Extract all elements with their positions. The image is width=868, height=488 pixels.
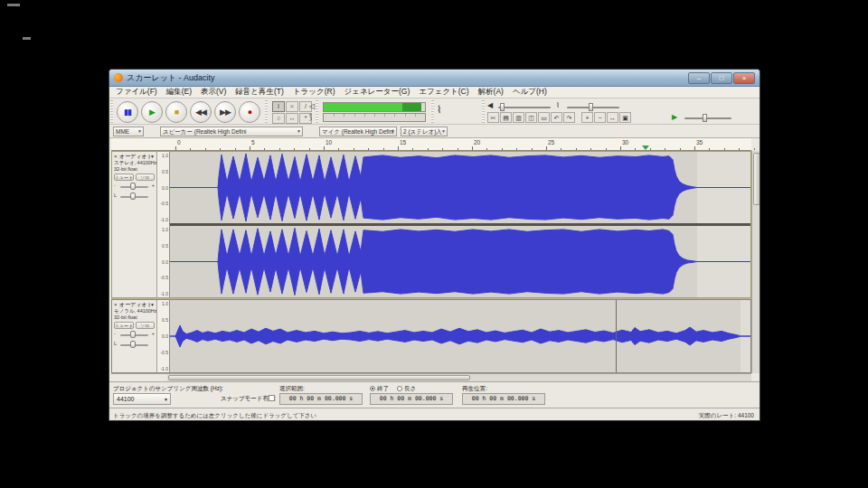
play-button[interactable]: ▶ (141, 101, 163, 123)
ruler-label: 25 (548, 139, 554, 145)
pan-slider[interactable]: L (114, 341, 155, 349)
toolbar-grip[interactable] (482, 100, 485, 123)
silence-icon[interactable]: ▭ (538, 112, 550, 123)
menu-bar: ファイル(F)編集(E)表示(V)録音と再生(T)トラック(R)ジェネレーター(… (109, 87, 760, 99)
selection-start-field[interactable]: 00 h 00 m 00.000 s (279, 393, 363, 405)
forward-button[interactable]: ▶▶ (214, 101, 236, 123)
waveform-channel[interactable] (170, 152, 750, 223)
horizontal-scrollbar[interactable] (167, 373, 751, 381)
play-speed-thumb[interactable] (703, 114, 707, 122)
menu-v[interactable]: 表示(V) (196, 87, 231, 98)
meter-tick (374, 114, 375, 117)
record-button[interactable]: ● (239, 101, 260, 123)
input-volume-thumb[interactable] (589, 103, 593, 111)
waveform-channel[interactable] (170, 226, 750, 297)
maximize-button[interactable]: □ (711, 72, 732, 84)
waveform-channel[interactable] (170, 300, 750, 372)
menu-t[interactable]: 録音と再生(T) (231, 87, 288, 98)
length-radio[interactable] (397, 386, 402, 391)
menu-g[interactable]: ジェネレーター(G) (340, 87, 415, 98)
end-radio[interactable] (370, 386, 375, 391)
toolbar-grip[interactable] (316, 100, 318, 123)
track-stereo[interactable]: ×オーディオトラック▼ステレオ, 44100Hz32-bit floatミュート… (111, 151, 751, 298)
ruler-minor-tick (279, 148, 280, 150)
recording-meter[interactable] (323, 113, 426, 122)
waveform-area[interactable] (170, 300, 750, 372)
envelope-tool-icon[interactable]: ≈ (286, 101, 298, 112)
gain-slider[interactable]: -+ (114, 183, 155, 191)
zoom-in-icon[interactable]: + (581, 112, 593, 123)
horizontal-scrollbar-thumb[interactable] (168, 375, 470, 380)
menu-r[interactable]: トラック(R) (288, 87, 340, 98)
output-volume-thumb[interactable] (500, 103, 505, 111)
redo-icon[interactable]: ↷ (563, 112, 575, 123)
pan-slider-thumb[interactable] (130, 192, 136, 200)
playback-meter[interactable] (323, 102, 426, 112)
ruler-label: 10 (326, 139, 332, 145)
snap-checkbox[interactable] (269, 395, 275, 401)
zoom-out-icon[interactable]: − (594, 112, 606, 123)
input-channels-select[interactable]: 2 (ステレオ)入▼ (401, 127, 448, 136)
gain-slider-thumb[interactable] (130, 183, 136, 190)
title-bar[interactable]: スカーレット - Audacity – □ × (109, 70, 760, 87)
track-mono[interactable]: ×オーディオトラック▼モノラル, 44100Hz32-bit floatミュート… (111, 299, 751, 373)
minimize-button[interactable]: – (688, 72, 710, 84)
selection-end-field[interactable]: 00 h 00 m 00.000 s (370, 393, 453, 405)
edit-cursor (616, 300, 617, 372)
rewind-button[interactable]: ◀◀ (190, 101, 212, 123)
waveform-area[interactable] (170, 152, 750, 297)
chevron-down-icon: ▼ (391, 127, 395, 136)
pan-slider-thumb[interactable] (130, 341, 136, 348)
amplitude-value: -0.5 (160, 201, 168, 206)
copy-icon[interactable]: ▤ (500, 112, 512, 123)
play-speed-slider[interactable] (684, 117, 731, 119)
close-button[interactable]: × (733, 72, 755, 84)
toolbar-grip[interactable] (431, 100, 434, 123)
vertical-scrollbar-thumb[interactable] (753, 153, 760, 205)
status-message: トラックの境界を調整するためには左クリックした後にドラッグして下さい (113, 412, 316, 420)
audio-host-select[interactable]: MME▼ (113, 127, 144, 136)
amplitude-value: 0.5 (162, 317, 168, 323)
track-control-panel[interactable]: ×オーディオトラック▼モノラル, 44100Hz32-bit floatミュート… (112, 300, 157, 372)
selection-tool-icon[interactable]: I (272, 101, 285, 112)
track-menu-chevron-icon[interactable]: ▼ (150, 302, 155, 307)
stop-button[interactable]: ■ (165, 101, 187, 123)
solo-button[interactable]: ソロ (136, 322, 156, 329)
track-control-panel[interactable]: ×オーディオトラック▼ステレオ, 44100Hz32-bit floatミュート… (112, 152, 157, 297)
menu-h[interactable]: ヘルプ(H) (508, 87, 552, 98)
output-device-select[interactable]: スピーカー (Realtek High Defini▼ (160, 127, 303, 136)
output-volume-slider[interactable] (498, 107, 551, 108)
mute-button[interactable]: ミュート (114, 174, 134, 181)
gain-slider-thumb[interactable] (130, 331, 136, 338)
trim-icon[interactable]: ◫ (525, 112, 537, 123)
paste-icon[interactable]: ▥ (513, 112, 524, 123)
play-at-speed-icon[interactable]: ▶ (672, 113, 677, 121)
toolbar-grip[interactable] (110, 100, 113, 123)
pause-button[interactable]: ▮▮ (117, 101, 138, 123)
audio-position-field[interactable]: 00 h 00 m 00.000 s (462, 393, 545, 405)
ruler-major-tick (324, 146, 325, 150)
amplitude-value: -1.0 (160, 291, 168, 296)
fit-selection-icon[interactable]: ↔ (607, 112, 618, 123)
menu-c[interactable]: エフェクト(C) (414, 87, 473, 98)
toolbar-grip[interactable] (265, 100, 268, 123)
timeline-ruler[interactable]: 05101520253035 (111, 138, 751, 151)
gain-slider[interactable]: -+ (114, 331, 155, 339)
menu-e[interactable]: 編集(E) (162, 87, 196, 98)
undo-icon[interactable]: ↶ (551, 112, 562, 123)
vertical-scrollbar[interactable] (751, 151, 760, 373)
project-rate-select[interactable]: 44100▼ (113, 393, 171, 405)
input-device-select[interactable]: マイク (Realtek High Defini▼ (319, 127, 397, 136)
cut-icon[interactable]: ✂ (487, 112, 499, 123)
ruler-major-tick (694, 146, 695, 150)
fit-project-icon[interactable]: ▣ (619, 112, 631, 123)
pan-slider[interactable]: L (114, 192, 155, 201)
track-menu-chevron-icon[interactable]: ▼ (150, 154, 155, 159)
solo-button[interactable]: ソロ (136, 174, 156, 181)
menu-f[interactable]: ファイル(F) (111, 87, 162, 98)
input-volume-slider[interactable] (567, 107, 619, 108)
menu-a[interactable]: 解析(A) (474, 87, 508, 98)
zoom-tool-icon[interactable]: ○ (272, 113, 285, 124)
mute-button[interactable]: ミュート (114, 322, 134, 329)
timeshift-tool-icon[interactable]: ↔ (286, 113, 298, 124)
